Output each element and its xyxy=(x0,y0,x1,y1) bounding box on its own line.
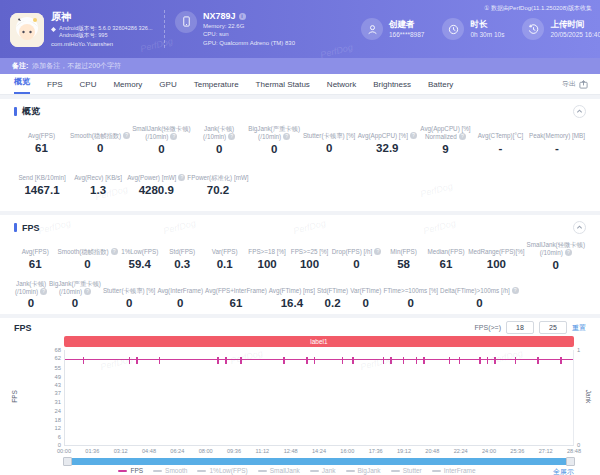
tab-Network[interactable]: Network xyxy=(327,76,356,94)
info-icon[interactable]: ? xyxy=(84,288,91,295)
stat-item: Jank(卡顿)(/10min)?0 xyxy=(14,278,48,313)
info-icon[interactable]: ? xyxy=(283,133,290,140)
legend-dash-icon xyxy=(153,470,162,472)
fps-data-marker xyxy=(136,357,138,364)
fps-plot[interactable]: 686255494337312418126010 xyxy=(64,350,574,446)
chart-label-banner[interactable]: label1 xyxy=(64,336,574,347)
legend-dash-icon xyxy=(391,470,400,472)
device-info-icon[interactable]: i xyxy=(239,13,246,20)
export-button[interactable]: 导出 xyxy=(562,79,588,89)
x-tick: 27:12 xyxy=(539,448,553,454)
device-block: NX789J i Memory: 22.6G CPU: sun GPU: Qua… xyxy=(175,11,343,48)
fps-stats-row2: Jank(卡顿)(/10min)?0BigJank(严重卡顿)(/10min)?… xyxy=(14,278,586,313)
stat-value: 70.2 xyxy=(187,184,248,196)
fps-data-marker xyxy=(383,357,385,364)
info-icon[interactable]: ? xyxy=(459,133,466,140)
info-icon[interactable]: ? xyxy=(111,248,118,255)
info-icon[interactable]: ? xyxy=(565,249,572,256)
tab-Brightness[interactable]: Brightness xyxy=(373,76,411,94)
chevron-up-icon xyxy=(576,224,583,231)
chart-scrollbar[interactable] xyxy=(64,458,574,465)
tab-bar: 概览FPSCPUMemoryGPUTemperatureThermal Stat… xyxy=(0,74,600,95)
stat-item: Avg(AppCPU) [%]Normalized?9 xyxy=(418,123,473,158)
stat-value: 32.9 xyxy=(358,142,417,154)
fps-data-marker xyxy=(217,357,219,364)
app-block: 原神 Android版本号: 5.6.0 32604286 326... And… xyxy=(10,11,162,47)
y-tick: 18 xyxy=(55,417,61,423)
export-icon xyxy=(579,80,588,89)
fps-threshold-input-1[interactable] xyxy=(506,321,534,334)
reset-link[interactable]: 重置 xyxy=(572,323,586,333)
fps-threshold-controls: FPS(>=) 重置 xyxy=(475,321,586,334)
fps-threshold-input-2[interactable] xyxy=(539,321,567,334)
tab-Memory[interactable]: Memory xyxy=(113,76,142,94)
x-tick: 03:12 xyxy=(114,448,128,454)
info-icon[interactable]: ? xyxy=(170,133,177,140)
y-tick: 6 xyxy=(58,434,61,440)
stat-value: 61 xyxy=(15,142,68,154)
fps-section: FPS Avg(FPS)61Smooth(稳帧指数)?01%Low(FPS)59… xyxy=(0,215,600,314)
x-tick: 08:00 xyxy=(199,448,213,454)
x-tick: 24:00 xyxy=(482,448,496,454)
y-tick: 43 xyxy=(55,382,61,388)
stat-item: Avg(AppCPU) [%]?32.9 xyxy=(357,123,418,158)
stat-item: Stutter(卡顿率) [%]0 xyxy=(302,123,357,158)
stat-value: 0 xyxy=(70,142,130,154)
stat-item: Avg(FTime) [ms]16.4 xyxy=(268,278,316,313)
fps-data-marker xyxy=(515,357,517,364)
legend-item-Smooth[interactable]: Smooth xyxy=(153,467,187,474)
app-version-line2: Android版本号: 995 xyxy=(59,32,153,39)
stat-value: 0 xyxy=(49,297,101,309)
show-all-link[interactable]: 全展示 xyxy=(553,467,574,475)
info-icon[interactable]: ? xyxy=(512,287,519,294)
legend-item-BigJank[interactable]: BigJank xyxy=(346,467,381,474)
scrollbar-left-handle[interactable] xyxy=(63,457,72,466)
stat-value: - xyxy=(529,142,585,154)
stat-item: FTime>=100ms [%]0 xyxy=(382,278,439,313)
stat-value: 100 xyxy=(289,258,329,270)
info-icon[interactable]: ? xyxy=(228,133,235,140)
scrollbar-right-handle[interactable] xyxy=(566,457,575,466)
x-tick: 20:48 xyxy=(425,448,439,454)
y-tick: 24 xyxy=(55,408,61,414)
stat-item: BigJank(严重卡顿)(/10min)?0 xyxy=(247,123,302,158)
stat-item: Smooth(稳帧指数)?0 xyxy=(69,123,131,158)
stat-value: 16.4 xyxy=(269,297,315,309)
legend-item-1%Low(FPS)[interactable]: 1%Low(FPS) xyxy=(197,467,247,474)
legend-item-Jank[interactable]: Jank xyxy=(310,467,336,474)
legend-item-SmallJank[interactable]: SmallJank xyxy=(258,467,300,474)
info-icon[interactable]: ? xyxy=(40,288,47,295)
y-tick: 55 xyxy=(55,365,61,371)
perfdog-version-note: ① 数据由PerfDog(11.1.250208)版本收集 xyxy=(484,4,592,13)
info-icon[interactable]: ? xyxy=(178,174,185,181)
tab-Thermal Status[interactable]: Thermal Status xyxy=(256,76,310,94)
y-tick: 62 xyxy=(55,355,61,361)
stat-item: SmallJank(轻微卡顿)(/10min)?0 xyxy=(131,123,191,158)
fps-data-marker xyxy=(159,357,161,364)
legend-item-Stutter[interactable]: Stutter xyxy=(391,467,422,474)
overview-collapse-button[interactable] xyxy=(573,105,586,118)
stat-item: Var(FPS)0.1 xyxy=(203,239,245,274)
tab-Battery[interactable]: Battery xyxy=(428,76,453,94)
tab-Temperature[interactable]: Temperature xyxy=(194,76,239,94)
tab-GPU[interactable]: GPU xyxy=(159,76,176,94)
info-icon[interactable]: ? xyxy=(123,132,130,139)
stat-item: Smooth(稳帧指数)?0 xyxy=(56,239,118,274)
overview-section: 概览 Avg(FPS)61Smooth(稳帧指数)?0SmallJank(轻微卡… xyxy=(0,99,600,211)
tab-CPU[interactable]: CPU xyxy=(80,76,97,94)
fps-collapse-button[interactable] xyxy=(573,221,586,234)
legend-item-InterFrame[interactable]: InterFrame xyxy=(432,467,476,474)
y-axis-label-left: FPS xyxy=(11,390,18,403)
info-icon[interactable]: ? xyxy=(410,132,417,139)
note-placeholder: 添加备注，不超过200个字符 xyxy=(32,61,121,71)
tab-FPS[interactable]: FPS xyxy=(47,76,63,94)
stat-value: 61 xyxy=(15,258,55,270)
overview-section-title: 概览 xyxy=(22,105,40,118)
legend-item-FPS[interactable]: FPS xyxy=(118,467,143,474)
fps-data-marker xyxy=(352,357,354,364)
info-icon[interactable]: ? xyxy=(374,248,381,255)
app-version-line1: Android版本号: 5.6.0 32604286 326... xyxy=(59,25,153,32)
tab-概览[interactable]: 概览 xyxy=(14,72,30,94)
duration-label: 时长 xyxy=(470,19,504,30)
x-tick: 11:12 xyxy=(256,448,270,454)
